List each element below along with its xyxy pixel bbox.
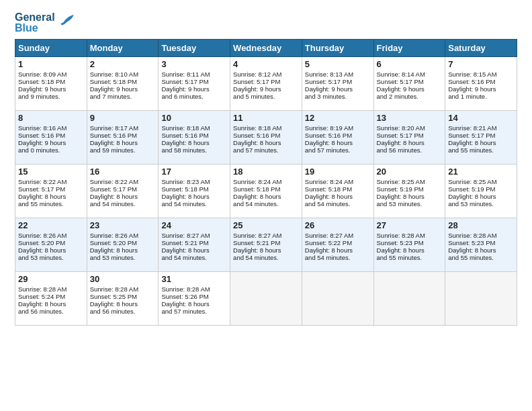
calendar-week-4: 22Sunrise: 8:26 AMSunset: 5:20 PMDayligh… [15,218,517,272]
day-info-line: Sunset: 5:18 PM [161,185,227,193]
day-info-line: Daylight: 8 hours [18,300,84,308]
day-info-line: Sunset: 5:17 PM [305,78,371,85]
day-info-line: Daylight: 8 hours [18,246,84,254]
day-info-line: Sunset: 5:18 PM [90,78,156,85]
calendar-cell: 7Sunrise: 8:15 AMSunset: 5:16 PMDaylight… [445,57,517,111]
calendar-cell: 21Sunrise: 8:25 AMSunset: 5:19 PMDayligh… [445,165,517,218]
day-info-line: Daylight: 8 hours [90,246,156,254]
day-info-line: and 53 minutes. [448,200,514,208]
header: General Blue [15,12,517,34]
weekday-header-saturday: Saturday [445,40,517,57]
day-info-line: and 57 minutes. [305,146,371,154]
day-info-line: Sunset: 5:20 PM [90,239,156,246]
day-info-line: Sunrise: 8:12 AM [233,71,299,78]
calendar-cell [373,272,445,326]
calendar-cell: 19Sunrise: 8:24 AMSunset: 5:18 PMDayligh… [302,165,373,218]
day-info-line: Sunrise: 8:16 AM [18,124,84,132]
day-info-line: Daylight: 8 hours [448,139,514,146]
day-number: 28 [448,220,514,230]
day-info-line: Sunrise: 8:24 AM [305,178,371,185]
calendar-cell: 14Sunrise: 8:21 AMSunset: 5:17 PMDayligh… [445,111,517,165]
calendar-cell: 11Sunrise: 8:18 AMSunset: 5:16 PMDayligh… [230,111,302,165]
day-info-line: and 56 minutes. [90,308,156,315]
calendar-table: SundayMondayTuesdayWednesdayThursdayFrid… [15,39,517,326]
day-number: 8 [18,113,84,123]
day-info-line: Daylight: 9 hours [18,139,84,146]
day-info-line: Sunset: 5:16 PM [18,132,84,139]
calendar-cell: 25Sunrise: 8:27 AMSunset: 5:21 PMDayligh… [230,218,302,272]
calendar-cell [445,272,517,326]
weekday-header-tuesday: Tuesday [159,40,230,57]
calendar-cell: 3Sunrise: 8:11 AMSunset: 5:17 PMDaylight… [159,57,230,111]
day-info-line: Sunset: 5:17 PM [90,185,156,193]
day-info-line: Daylight: 9 hours [18,85,84,93]
day-number: 3 [161,59,227,69]
logo-text-general: General [15,12,55,23]
day-number: 15 [18,167,84,177]
calendar-cell: 28Sunrise: 8:28 AMSunset: 5:23 PMDayligh… [445,218,517,272]
day-info-line: Daylight: 8 hours [305,246,371,254]
day-info-line: Daylight: 8 hours [233,246,299,254]
calendar-cell: 16Sunrise: 8:22 AMSunset: 5:17 PMDayligh… [87,165,159,218]
day-number: 31 [161,274,227,284]
day-info-line: Daylight: 9 hours [161,85,227,93]
logo-text-blue: Blue [15,23,55,34]
calendar-cell: 1Sunrise: 8:09 AMSunset: 5:18 PMDaylight… [15,57,87,111]
day-info-line: Sunset: 5:26 PM [161,293,227,300]
day-info-line: Sunrise: 8:17 AM [90,124,156,132]
calendar-cell: 8Sunrise: 8:16 AMSunset: 5:16 PMDaylight… [15,111,87,165]
calendar-cell [230,272,302,326]
day-info-line: Sunset: 5:19 PM [448,185,514,193]
day-info-line: Sunrise: 8:13 AM [305,71,371,78]
day-number: 1 [18,59,84,69]
calendar-cell: 29Sunrise: 8:28 AMSunset: 5:24 PMDayligh… [15,272,87,326]
day-number: 9 [90,113,156,123]
day-info-line: Sunrise: 8:25 AM [448,178,514,185]
day-info-line: Sunrise: 8:11 AM [161,71,227,78]
day-number: 17 [161,167,227,177]
day-info-line: Sunset: 5:21 PM [161,239,227,246]
day-info-line: and 55 minutes. [448,146,514,154]
day-info-line: Sunrise: 8:28 AM [90,285,156,293]
day-info-line: and 1 minute. [448,93,514,100]
day-info-line: Sunset: 5:23 PM [377,239,443,246]
day-number: 11 [233,113,299,123]
calendar-cell: 30Sunrise: 8:28 AMSunset: 5:25 PMDayligh… [87,272,159,326]
day-info-line: Daylight: 8 hours [161,193,227,200]
day-number: 22 [18,220,84,230]
day-info-line: Sunset: 5:17 PM [233,78,299,85]
day-number: 29 [18,274,84,284]
day-info-line: and 0 minutes. [18,146,84,154]
day-info-line: Sunset: 5:21 PM [233,239,299,246]
calendar-cell: 2Sunrise: 8:10 AMSunset: 5:18 PMDaylight… [87,57,159,111]
day-info-line: Daylight: 9 hours [305,85,371,93]
day-number: 13 [377,113,443,123]
day-info-line: and 56 minutes. [18,308,84,315]
day-info-line: Sunset: 5:17 PM [161,78,227,85]
day-info-line: Sunset: 5:17 PM [377,132,443,139]
day-info-line: Daylight: 8 hours [233,139,299,146]
day-info-line: Daylight: 8 hours [377,139,443,146]
calendar-cell: 26Sunrise: 8:27 AMSunset: 5:22 PMDayligh… [302,218,373,272]
day-number: 4 [233,59,299,69]
day-info-line: Sunrise: 8:28 AM [18,285,84,293]
day-info-line: Daylight: 9 hours [90,85,156,93]
day-info-line: Daylight: 8 hours [377,193,443,200]
day-info-line: and 56 minutes. [377,146,443,154]
day-info-line: Sunrise: 8:25 AM [377,178,443,185]
day-info-line: and 3 minutes. [305,93,371,100]
calendar-cell: 10Sunrise: 8:18 AMSunset: 5:16 PMDayligh… [159,111,230,165]
day-info-line: Sunrise: 8:15 AM [448,71,514,78]
logo-bird-icon [56,11,75,30]
day-number: 18 [233,167,299,177]
day-info-line: Sunset: 5:22 PM [305,239,371,246]
day-info-line: Sunset: 5:19 PM [377,185,443,193]
day-info-line: Daylight: 8 hours [161,300,227,308]
day-number: 12 [305,113,371,123]
day-info-line: Daylight: 9 hours [377,85,443,93]
day-number: 20 [377,167,443,177]
day-info-line: Sunrise: 8:14 AM [377,71,443,78]
day-number: 2 [90,59,156,69]
calendar-cell: 24Sunrise: 8:27 AMSunset: 5:21 PMDayligh… [159,218,230,272]
day-info-line: Sunset: 5:23 PM [448,239,514,246]
